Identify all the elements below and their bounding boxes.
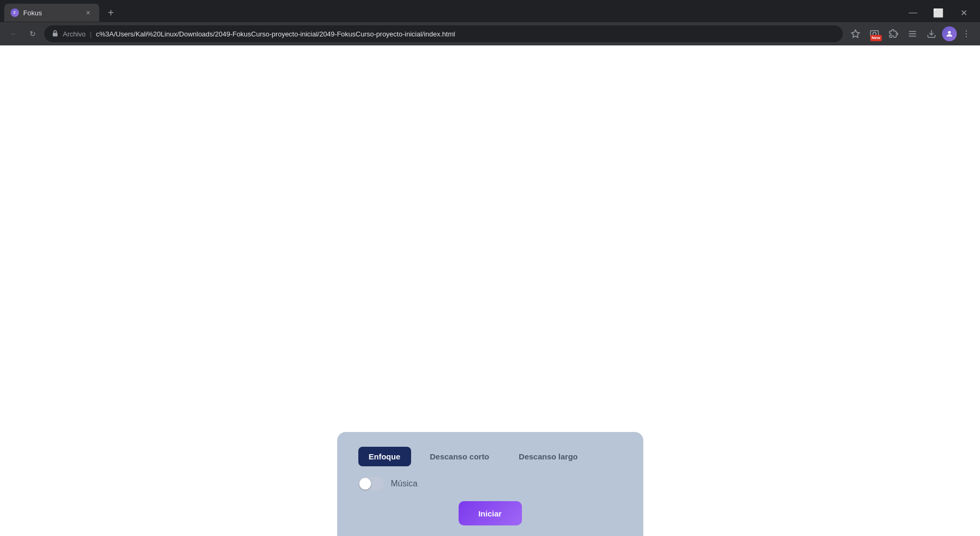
url-text: c%3A/Users/Kali%20Linux/Downloads/2049-F… bbox=[96, 30, 455, 38]
profile-button[interactable] bbox=[942, 26, 957, 41]
tab-descanso-largo[interactable]: Descanso largo bbox=[508, 447, 588, 466]
source-label: Archivo bbox=[63, 30, 85, 38]
reading-list-button[interactable] bbox=[904, 25, 921, 42]
url-bar[interactable]: Archivo | c%3A/Users/Kali%20Linux/Downlo… bbox=[44, 25, 843, 42]
svg-rect-0 bbox=[53, 33, 58, 36]
window-controls: — ⬜ ✕ bbox=[901, 4, 980, 22]
page-content: Enfoque Descanso corto Descanso largo Mú… bbox=[0, 45, 980, 536]
address-bar: ← ↻ Archivo | c%3A/Users/Kali%20Linux/Do… bbox=[0, 22, 980, 45]
bookmark-button[interactable] bbox=[847, 25, 864, 42]
tab-bar: F Fokus × + — ⬜ ✕ bbox=[0, 0, 980, 22]
svg-marker-1 bbox=[852, 30, 860, 37]
svg-point-10 bbox=[966, 33, 967, 34]
tab-close-button[interactable]: × bbox=[83, 8, 93, 17]
tab-title: Fokus bbox=[23, 9, 79, 17]
url-separator: | bbox=[90, 30, 91, 38]
active-tab[interactable]: F Fokus × bbox=[4, 4, 99, 22]
music-toggle[interactable] bbox=[358, 477, 384, 491]
new-tab-button[interactable]: + bbox=[103, 5, 118, 20]
toggle-knob bbox=[359, 478, 371, 490]
fokus-card: Enfoque Descanso corto Descanso largo Mú… bbox=[337, 432, 643, 536]
menu-button[interactable] bbox=[959, 26, 974, 41]
download-button[interactable] bbox=[923, 25, 940, 42]
maximize-button[interactable]: ⬜ bbox=[926, 4, 950, 22]
tab-favicon: F bbox=[11, 8, 19, 17]
start-button[interactable]: Iniciar bbox=[459, 501, 522, 525]
close-button[interactable]: ✕ bbox=[952, 4, 976, 22]
tab-descanso-corto[interactable]: Descanso corto bbox=[420, 447, 500, 466]
tab-enfoque[interactable]: Enfoque bbox=[358, 447, 411, 466]
back-button[interactable]: ← bbox=[6, 26, 21, 41]
minimize-button[interactable]: — bbox=[901, 4, 925, 22]
toolbar-actions: New bbox=[847, 25, 974, 42]
screenshot-button[interactable]: New bbox=[866, 25, 883, 42]
lock-icon bbox=[52, 30, 59, 38]
refresh-button[interactable]: ↻ bbox=[25, 26, 40, 41]
music-label: Música bbox=[391, 479, 418, 488]
favicon-letter: F bbox=[13, 10, 16, 15]
svg-point-9 bbox=[966, 31, 967, 32]
new-badge: New bbox=[870, 35, 882, 41]
music-row: Música bbox=[358, 477, 622, 491]
mode-tabs: Enfoque Descanso corto Descanso largo bbox=[358, 447, 622, 466]
svg-point-11 bbox=[966, 36, 967, 37]
extensions-button[interactable] bbox=[885, 25, 902, 42]
svg-point-8 bbox=[948, 31, 950, 34]
start-row: Iniciar bbox=[358, 501, 622, 525]
